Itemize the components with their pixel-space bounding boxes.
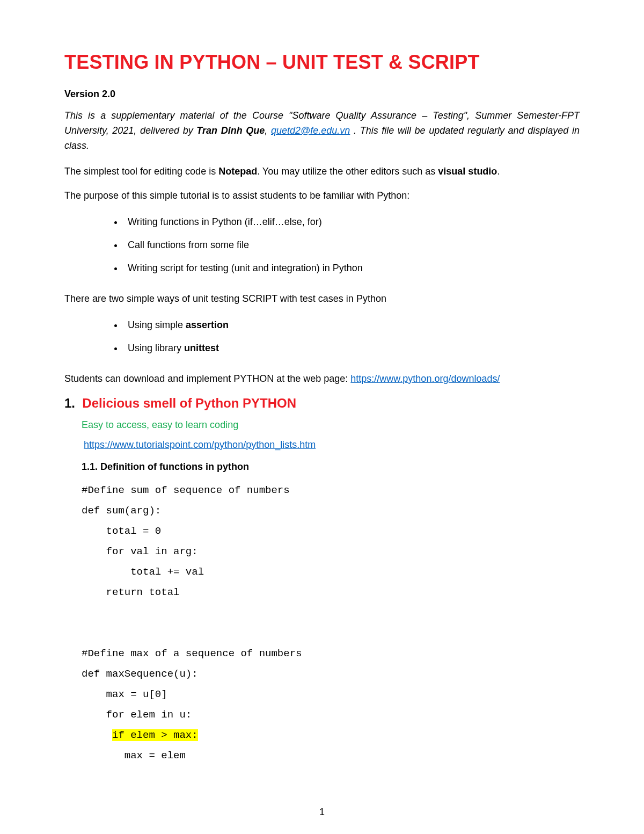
code-line: for elem in u:: [82, 709, 192, 721]
code-line: total = 0: [82, 525, 161, 537]
code-line: #Define sum of sequence of numbers: [82, 484, 290, 496]
editor-vs: visual studio: [438, 166, 497, 177]
intro-paragraph: This is a supplementary material of the …: [64, 108, 580, 154]
list-item: Using library unittest: [123, 339, 580, 362]
code-line: for val in arg:: [82, 546, 198, 557]
editor-text-a: The simplest tool for editing code is: [64, 166, 218, 177]
code-line-pre: [82, 729, 112, 741]
tutorialspoint-link[interactable]: https://www.tutorialspoint.com/python/py…: [84, 439, 316, 450]
code-block: #Define sum of sequence of numbers def s…: [82, 480, 580, 766]
bullet-pre: Using simple: [128, 320, 186, 330]
ways-bullets: Using simple assertion Using library uni…: [64, 316, 580, 362]
editor-line: The simplest tool for editing code is No…: [64, 164, 580, 179]
code-line: def maxSequence(u):: [82, 668, 198, 680]
author-name: Tran Dinh Que: [196, 125, 265, 136]
code-line: def sum(arg):: [82, 505, 161, 517]
code-line: max = u[0]: [82, 688, 167, 700]
code-highlight: if elem > max:: [112, 729, 198, 741]
editor-text-c: .: [497, 166, 500, 177]
list-item: Writing script for testing (unit and int…: [123, 259, 580, 282]
bullet-bold: unittest: [184, 343, 219, 353]
editor-text-b: . You may utilize the other editors such…: [257, 166, 438, 177]
code-line: return total: [82, 586, 179, 598]
section-1-heading: 1. Delicious smell of Python PYTHON: [64, 396, 580, 411]
download-line: Students can download and implement PYTH…: [64, 372, 580, 386]
bullet-bold: assertion: [186, 320, 229, 330]
list-item: Call functions from some file: [123, 236, 580, 259]
code-line: total += val: [82, 566, 204, 578]
list-item: Writing functions in Python (if…elif…els…: [123, 213, 580, 236]
page-number: 1: [0, 807, 644, 818]
page-title: TESTING IN PYTHON – UNIT TEST & SCRIPT: [64, 51, 580, 74]
version-label: Version 2.0: [64, 89, 580, 100]
purpose-bullets: Writing functions in Python (if…elif…els…: [64, 213, 580, 282]
section-1-content: Easy to access, easy to learn coding htt…: [64, 419, 580, 766]
editor-notepad: Notepad: [218, 166, 257, 177]
python-download-link[interactable]: https://www.python.org/downloads/: [350, 373, 500, 384]
tutorial-link-line: https://www.tutorialspoint.com/python/py…: [84, 439, 580, 451]
subsection-1-1-heading: 1.1. Definition of functions in python: [82, 461, 580, 473]
intro-sep: ,: [265, 125, 271, 136]
author-email-link[interactable]: quetd2@fe.edu.vn: [271, 125, 350, 136]
purpose-line: The purpose of this simple tutorial is t…: [64, 188, 580, 203]
document-page: TESTING IN PYTHON – UNIT TEST & SCRIPT V…: [0, 0, 644, 834]
list-item: Using simple assertion: [123, 316, 580, 339]
download-text: Students can download and implement PYTH…: [64, 373, 350, 384]
bullet-pre: Using library: [128, 343, 184, 353]
section-subtitle: Easy to access, easy to learn coding: [82, 419, 580, 431]
section-number: 1.: [64, 396, 75, 410]
code-line: #Define max of a sequence of numbers: [82, 648, 302, 659]
code-line: max = elem: [82, 750, 186, 762]
two-ways-line: There are two simple ways of unit testin…: [64, 292, 580, 306]
section-title: Delicious smell of Python PYTHON: [82, 396, 296, 410]
